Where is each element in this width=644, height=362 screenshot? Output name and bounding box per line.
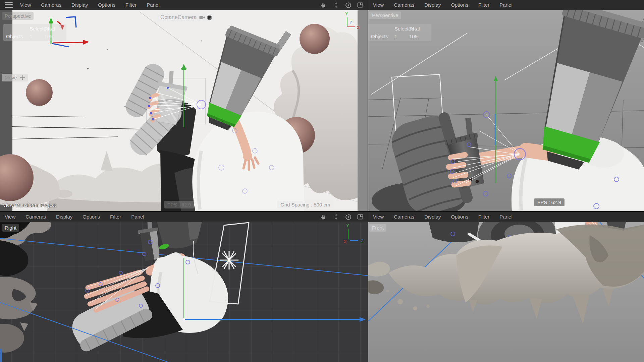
snowflake-marker bbox=[220, 251, 238, 269]
menu-display[interactable]: Display bbox=[424, 2, 441, 8]
menu-panel[interactable]: Panel bbox=[499, 214, 512, 220]
quad-viewport-layout: View Cameras Display Options Filter Pane… bbox=[0, 0, 644, 362]
menubar-bottom-left: View Cameras Display Options Filter Pane… bbox=[0, 212, 368, 222]
hud-selection-stats: Selected Total Objects 1 109 bbox=[3, 24, 66, 41]
menu-panel[interactable]: Panel bbox=[131, 214, 144, 220]
viewport-label: Front bbox=[369, 224, 386, 232]
meatball-sphere-4[interactable] bbox=[300, 24, 330, 54]
menu-options[interactable]: Options bbox=[98, 2, 115, 8]
view-transform-status: View Transform: Project bbox=[3, 202, 56, 208]
camera-label: OctaneCamera bbox=[158, 13, 214, 21]
hud-selected-count: 1 bbox=[394, 34, 409, 39]
viewport-menu: View Cameras Display Options Filter Pane… bbox=[373, 214, 513, 220]
svg-text:Z: Z bbox=[350, 20, 353, 25]
menu-cameras[interactable]: Cameras bbox=[41, 2, 61, 8]
viewport-label: Right bbox=[2, 224, 19, 232]
tool-label-text: Move bbox=[5, 75, 17, 80]
rotate-icon[interactable] bbox=[345, 2, 352, 8]
menu-options[interactable]: Options bbox=[451, 2, 468, 8]
hud-total-count: 109 bbox=[409, 34, 429, 39]
viewport-canvas-bottom-right[interactable]: Front bbox=[368, 222, 644, 362]
menu-cameras[interactable]: Cameras bbox=[394, 214, 414, 220]
viewport-top-right: View Cameras Display Options Filter Pane… bbox=[368, 0, 644, 211]
hud-col-total: Total bbox=[44, 26, 64, 32]
menu-view[interactable]: View bbox=[5, 214, 15, 220]
camera-label-text: OctaneCamera bbox=[160, 14, 197, 20]
menu-panel[interactable]: Panel bbox=[499, 2, 512, 8]
fps-counter: FPS : 62.9 bbox=[164, 201, 194, 208]
pan-hand-icon[interactable] bbox=[320, 214, 327, 220]
viewport-label: Perspective bbox=[2, 12, 34, 20]
origin-dot bbox=[183, 318, 185, 321]
panel-toggle-icon[interactable] bbox=[357, 214, 364, 220]
render-tag-icon bbox=[207, 15, 212, 20]
menu-panel[interactable]: Panel bbox=[147, 2, 159, 8]
menubar-top-right: View Cameras Display Options Filter Pane… bbox=[368, 0, 644, 10]
pan-hand-icon[interactable] bbox=[320, 2, 327, 8]
hud-col-total: Total bbox=[409, 26, 429, 32]
menu-view[interactable]: View bbox=[373, 214, 384, 220]
svg-text:X: X bbox=[357, 25, 360, 30]
hud-total-count: 109 bbox=[44, 34, 64, 39]
viewport-canvas-bottom-left[interactable]: Y Z X Right bbox=[0, 222, 368, 362]
tool-label: Move bbox=[2, 74, 28, 81]
svg-text:Z: Z bbox=[361, 238, 364, 243]
svg-text:X: X bbox=[343, 239, 347, 244]
menu-filter[interactable]: Filter bbox=[110, 214, 121, 220]
move-icon bbox=[20, 75, 25, 80]
hud-row-label: Objects bbox=[371, 34, 394, 39]
hud-col-selected: Selected bbox=[394, 26, 409, 32]
svg-text:Y: Y bbox=[345, 11, 348, 16]
viewport-menu: View Cameras Display Options Filter Pane… bbox=[5, 214, 144, 220]
viewport-bottom-right: View Cameras Display Options Filter Pane… bbox=[368, 212, 644, 362]
hud-selection-stats: Selected Total Objects 1 109 bbox=[368, 24, 431, 41]
camera-icon bbox=[199, 15, 205, 19]
viewport-label: Perspective bbox=[369, 11, 401, 19]
menu-view[interactable]: View bbox=[20, 2, 31, 8]
menu-options[interactable]: Options bbox=[83, 214, 100, 220]
hud-selected-count: 1 bbox=[30, 34, 44, 39]
dolly-icon[interactable] bbox=[333, 214, 339, 220]
edge-axis-strip bbox=[0, 349, 2, 362]
hud-col-selected: Selected bbox=[30, 26, 44, 32]
viewport-canvas-top-left[interactable]: Y Z X Perspective Selected Total Objects… bbox=[0, 10, 368, 211]
menu-cameras[interactable]: Cameras bbox=[394, 2, 414, 8]
meatball-sphere-1[interactable] bbox=[26, 79, 53, 106]
menu-display[interactable]: Display bbox=[424, 214, 441, 220]
viewport-bottom-left: View Cameras Display Options Filter Pane… bbox=[0, 212, 368, 362]
menu-filter[interactable]: Filter bbox=[125, 2, 137, 8]
menu-options[interactable]: Options bbox=[451, 214, 468, 220]
viewport-canvas-top-right[interactable]: Perspective Selected Total Objects 1 109… bbox=[368, 10, 644, 211]
dolly-icon[interactable] bbox=[333, 2, 339, 8]
menu-view[interactable]: View bbox=[373, 2, 384, 8]
grid-spacing-label: Grid Spacing : 500 cm bbox=[277, 201, 333, 208]
menu-filter[interactable]: Filter bbox=[478, 214, 489, 220]
menubar-bottom-right: View Cameras Display Options Filter Pane… bbox=[368, 212, 644, 222]
viewport-top-left: View Cameras Display Options Filter Pane… bbox=[0, 0, 368, 211]
fps-counter: FPS : 62.9 bbox=[534, 198, 565, 206]
hud-row-label: Objects bbox=[6, 34, 30, 39]
svg-text:Y: Y bbox=[346, 223, 350, 228]
viewport-menu: View Cameras Display Options Filter Pane… bbox=[20, 2, 160, 8]
menu-display[interactable]: Display bbox=[56, 214, 72, 220]
hamburger-menu-icon[interactable] bbox=[5, 2, 13, 8]
menu-cameras[interactable]: Cameras bbox=[25, 214, 46, 220]
rotate-icon[interactable] bbox=[345, 214, 352, 220]
viewport-menu: View Cameras Display Options Filter Pane… bbox=[373, 2, 513, 8]
panel-toggle-icon[interactable] bbox=[357, 2, 364, 8]
menu-filter[interactable]: Filter bbox=[478, 2, 489, 8]
menu-display[interactable]: Display bbox=[71, 2, 88, 8]
menubar-top-left: View Cameras Display Options Filter Pane… bbox=[0, 0, 368, 10]
